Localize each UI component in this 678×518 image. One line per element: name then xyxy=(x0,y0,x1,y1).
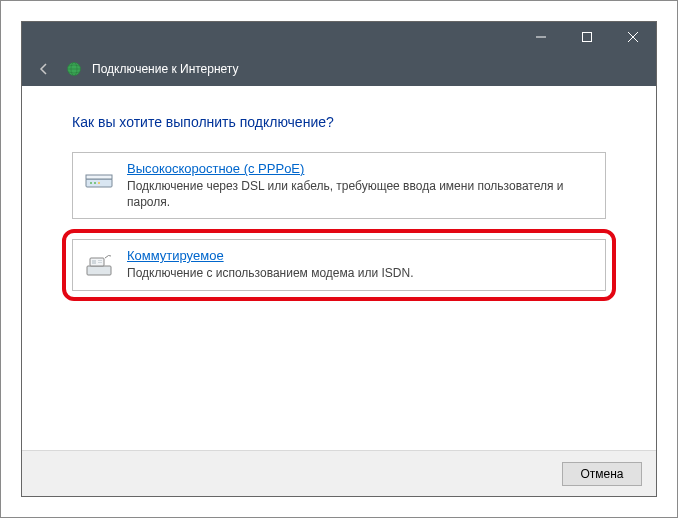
svg-point-9 xyxy=(90,182,92,184)
page-heading: Как вы хотите выполнить подключение? xyxy=(72,114,606,130)
option-broadband-title: Высокоскоростное (с PPPoE) xyxy=(127,161,595,176)
svg-rect-8 xyxy=(86,175,112,179)
globe-icon xyxy=(66,61,82,77)
content-area: Как вы хотите выполнить подключение? Выс… xyxy=(22,86,656,450)
svg-rect-14 xyxy=(92,260,96,264)
window: Подключение к Интернету Как вы хотите вы… xyxy=(21,21,657,497)
option-dialup[interactable]: Коммутируемое Подключение с использовани… xyxy=(72,239,606,290)
close-button[interactable] xyxy=(610,22,656,52)
phone-modem-icon xyxy=(83,248,115,280)
option-broadband-text: Высокоскоростное (с PPPoE) Подключение ч… xyxy=(127,161,595,210)
option-broadband-desc: Подключение через DSL или кабель, требую… xyxy=(127,178,595,210)
svg-point-10 xyxy=(94,182,96,184)
option-broadband[interactable]: Высокоскоростное (с PPPoE) Подключение ч… xyxy=(72,152,606,219)
titlebar xyxy=(22,22,656,52)
option-dialup-desc: Подключение с использованием модема или … xyxy=(127,265,414,281)
cancel-button[interactable]: Отмена xyxy=(562,462,642,486)
screenshot-frame: Подключение к Интернету Как вы хотите вы… xyxy=(0,0,678,518)
svg-rect-15 xyxy=(98,260,102,261)
minimize-button[interactable] xyxy=(518,22,564,52)
svg-point-11 xyxy=(98,182,100,184)
option-dialup-title: Коммутируемое xyxy=(127,248,414,263)
highlight-annotation: Коммутируемое Подключение с использовани… xyxy=(62,229,616,300)
option-dialup-text: Коммутируемое Подключение с использовани… xyxy=(127,248,414,281)
maximize-button[interactable] xyxy=(564,22,610,52)
window-title: Подключение к Интернету xyxy=(92,62,239,76)
svg-rect-12 xyxy=(87,266,111,275)
svg-rect-1 xyxy=(583,33,592,42)
back-button[interactable] xyxy=(32,57,56,81)
footer: Отмена xyxy=(22,450,656,496)
navbar: Подключение к Интернету xyxy=(22,52,656,86)
svg-rect-16 xyxy=(98,262,102,263)
modem-icon xyxy=(83,161,115,193)
